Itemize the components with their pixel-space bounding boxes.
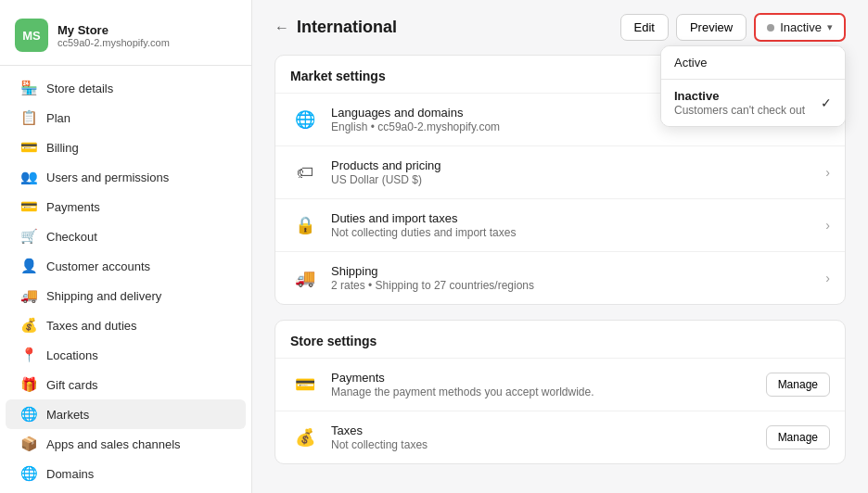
taxes-manage-button[interactable]: Manage <box>766 425 830 449</box>
plan-icon: 📋 <box>20 109 37 126</box>
main-content: ← International Edit Preview Inactive ▾ … <box>252 0 868 493</box>
dropdown-inactive-option[interactable]: Inactive Customers can't check out ✓ <box>661 80 845 126</box>
products-icon: 🏷 <box>290 158 320 187</box>
duties-subtitle: Not collecting duties and import taxes <box>331 226 814 239</box>
status-dot-icon <box>767 24 774 32</box>
taxes-content: Taxes Not collecting taxes <box>331 423 755 451</box>
sidebar-label-shipping: Shipping and delivery <box>46 289 161 303</box>
dropdown-active-option[interactable]: Active <box>661 46 845 79</box>
store-settings-title: Store settings <box>275 321 845 358</box>
topbar-actions: Edit Preview Inactive ▾ Active Inactive … <box>620 13 846 42</box>
topbar: ← International Edit Preview Inactive ▾ … <box>252 0 868 55</box>
sidebar-item-locations[interactable]: 📍 Locations <box>6 340 246 370</box>
billing-icon: 💳 <box>20 139 37 156</box>
sidebar-item-markets[interactable]: 🌐 Markets <box>6 399 246 429</box>
sidebar-item-billing[interactable]: 💳 Billing <box>6 133 246 162</box>
store-settings-card: Store settings 💳 Payments Manage the pay… <box>274 320 846 464</box>
sidebar-label-store-details: Store details <box>46 82 113 95</box>
dropdown-active-label: Active <box>674 56 832 70</box>
status-dropdown-menu: Active Inactive Customers can't check ou… <box>660 45 846 127</box>
sidebar-label-gift-cards: Gift cards <box>46 378 98 392</box>
products-chevron-icon: › <box>825 165 830 180</box>
sidebar-label-checkout: Checkout <box>46 230 97 244</box>
payments-manage-button[interactable]: Manage <box>766 373 830 397</box>
store-url: cc59a0-2.myshopify.com <box>57 37 170 48</box>
domains-icon: 🌐 <box>20 465 37 482</box>
sidebar: MS My Store cc59a0-2.myshopify.com 🏪 Sto… <box>0 0 252 493</box>
sidebar-item-store-details[interactable]: 🏪 Store details <box>6 73 246 103</box>
sidebar-label-apps: Apps and sales channels <box>46 437 181 451</box>
edit-button[interactable]: Edit <box>620 14 669 41</box>
duties-content: Duties and import taxes Not collecting d… <box>331 211 814 239</box>
products-subtitle: US Dollar (USD $) <box>331 173 814 186</box>
checkout-icon: 🛒 <box>20 228 37 245</box>
dropdown-inactive-sublabel: Customers can't check out <box>674 104 805 117</box>
store-header: MS My Store cc59a0-2.myshopify.com <box>0 11 251 66</box>
chevron-down-icon: ▾ <box>827 21 833 33</box>
sidebar-label-taxes: Taxes and duties <box>46 319 137 333</box>
users-icon: 👥 <box>20 169 37 185</box>
shipping-subtitle: 2 rates • Shipping to 27 countries/regio… <box>331 279 814 292</box>
preview-button[interactable]: Preview <box>676 14 747 41</box>
sidebar-label-billing: Billing <box>46 141 79 155</box>
taxes-subtitle: Not collecting taxes <box>331 438 755 451</box>
apps-icon: 📦 <box>20 436 37 452</box>
market-item-products[interactable]: 🏷 Products and pricing US Dollar (USD $)… <box>275 145 845 198</box>
sidebar-item-users[interactable]: 👥 Users and permissions <box>6 162 246 192</box>
duties-chevron-icon: › <box>825 218 830 233</box>
sidebar-label-markets: Markets <box>46 408 89 422</box>
shipping-title: Shipping <box>331 264 814 278</box>
sidebar-item-taxes[interactable]: 💰 Taxes and duties <box>6 310 246 340</box>
sidebar-label-customer-accounts: Customer accounts <box>46 259 150 273</box>
payments-icon: 💳 <box>20 198 37 215</box>
taxes-title: Taxes <box>331 423 755 437</box>
store-item-payments: 💳 Payments Manage the payment methods yo… <box>275 358 845 411</box>
products-title: Products and pricing <box>331 158 814 172</box>
sidebar-item-shipping[interactable]: 🚚 Shipping and delivery <box>6 281 246 310</box>
sidebar-label-locations: Locations <box>46 348 98 362</box>
sidebar-label-users: Users and permissions <box>46 171 169 184</box>
topbar-left: ← International <box>274 18 397 37</box>
store-details-icon: 🏪 <box>20 80 37 96</box>
duties-icon: 🔒 <box>290 210 320 240</box>
shipping-icon: 🚚 <box>290 263 320 293</box>
payments-icon: 💳 <box>290 370 320 399</box>
sidebar-item-domains[interactable]: 🌐 Domains <box>6 459 246 488</box>
duties-title: Duties and import taxes <box>331 211 814 225</box>
taxes-icon: 💰 <box>20 317 37 334</box>
shipping-chevron-icon: › <box>825 271 830 285</box>
store-info: My Store cc59a0-2.myshopify.com <box>57 23 170 48</box>
shipping-content: Shipping 2 rates • Shipping to 27 countr… <box>331 264 814 292</box>
sidebar-label-domains: Domains <box>46 467 94 481</box>
sidebar-item-customer-accounts[interactable]: 👤 Customer accounts <box>6 251 246 281</box>
back-arrow[interactable]: ← <box>274 19 289 36</box>
dropdown-inactive-content: Inactive Customers can't check out <box>674 89 805 117</box>
customer-accounts-icon: 👤 <box>20 258 37 274</box>
sidebar-item-plan[interactable]: 📋 Plan <box>6 103 246 133</box>
markets-icon: 🌐 <box>20 406 37 423</box>
dropdown-inactive-label: Inactive <box>674 89 805 103</box>
avatar: MS <box>15 19 48 52</box>
payments-content: Payments Manage the payment methods you … <box>331 371 755 398</box>
products-content: Products and pricing US Dollar (USD $) <box>331 158 814 186</box>
dropdown-check-icon: ✓ <box>821 95 832 110</box>
store-name: My Store <box>57 23 170 37</box>
status-label: Inactive <box>780 20 822 34</box>
payments-subtitle: Manage the payment methods you accept wo… <box>331 386 755 398</box>
status-dropdown-button[interactable]: Inactive ▾ <box>754 13 846 42</box>
shipping-icon: 🚚 <box>20 287 37 304</box>
payments-title: Payments <box>331 371 755 385</box>
market-item-shipping[interactable]: 🚚 Shipping 2 rates • Shipping to 27 coun… <box>275 251 845 304</box>
sidebar-item-apps[interactable]: 📦 Apps and sales channels <box>6 429 246 459</box>
sidebar-item-payments[interactable]: 💳 Payments <box>6 192 246 221</box>
sidebar-item-gift-cards[interactable]: 🎁 Gift cards <box>6 370 246 399</box>
gift-cards-icon: 🎁 <box>20 376 37 393</box>
market-item-duties[interactable]: 🔒 Duties and import taxes Not collecting… <box>275 198 845 251</box>
sidebar-item-checkout[interactable]: 🛒 Checkout <box>6 221 246 251</box>
sidebar-label-payments: Payments <box>46 200 100 214</box>
sidebar-item-customer-events[interactable]: 📊 Customer events <box>6 488 246 493</box>
languages-icon: 🌐 <box>290 105 320 134</box>
taxes-icon: 💰 <box>290 423 320 452</box>
store-item-taxes: 💰 Taxes Not collecting taxes Manage <box>275 411 845 463</box>
locations-icon: 📍 <box>20 347 37 363</box>
